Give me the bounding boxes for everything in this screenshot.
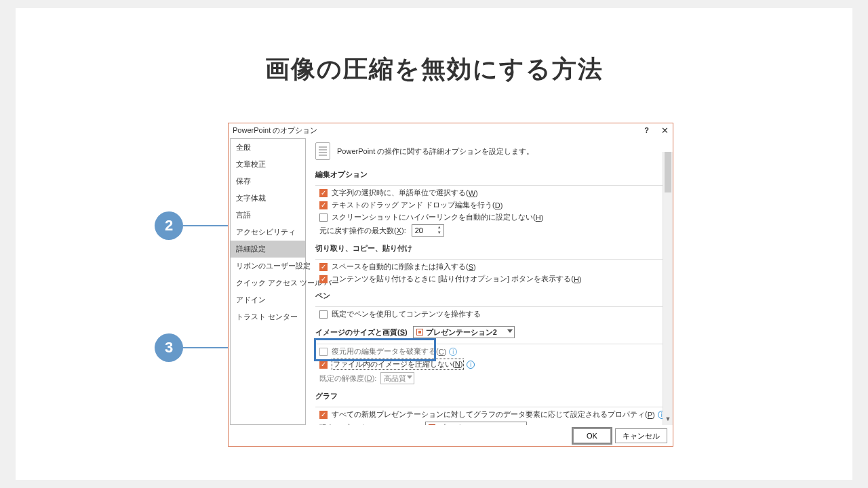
dialog-title: PowerPoint のオプション xyxy=(233,125,317,136)
scroll-thumb[interactable] xyxy=(665,152,671,192)
callout-line xyxy=(183,225,229,226)
sidebar-item-addins[interactable]: アドイン xyxy=(231,291,305,308)
section-pen-title: ペン xyxy=(315,291,669,301)
chart-target-dropdown[interactable]: プレゼンテーション2 xyxy=(425,422,527,425)
step3-badge: 3 xyxy=(155,333,183,362)
checkbox-icon xyxy=(319,361,328,369)
sidebar-item-language[interactable]: 言語 xyxy=(231,207,305,224)
dialog-body: 全般 文章校正 保存 文字体裁 言語 アクセシビリティ 詳細設定 リボンのユーザ… xyxy=(229,137,673,425)
document-icon xyxy=(315,142,330,160)
checkbox-icon xyxy=(319,411,328,419)
checkbox-icon xyxy=(319,189,328,197)
checkbox-icon xyxy=(319,275,328,283)
checkbox-no-compress[interactable]: ファイル内のイメージを圧縮しない(N) i xyxy=(319,359,669,370)
dialog-titlebar: PowerPoint のオプション ? ✕ xyxy=(229,123,673,137)
info-icon[interactable]: i xyxy=(467,361,475,369)
checkbox-screenshot-link[interactable]: スクリーンショットにハイパーリンクを自動的に設定しない(H) xyxy=(319,212,669,222)
close-button[interactable]: ✕ xyxy=(661,125,669,136)
ok-button[interactable]: OK xyxy=(573,428,611,443)
divider xyxy=(315,407,669,407)
scroll-down-icon[interactable]: ▼ xyxy=(663,415,673,425)
undo-count-row: 元に戻す操作の最大数(X): ▲▼ xyxy=(319,224,669,237)
options-dialog: PowerPoint のオプション ? ✕ 全般 文章校正 保存 文字体裁 言語… xyxy=(228,123,673,447)
sidebar-item-proofing[interactable]: 文章校正 xyxy=(231,156,305,173)
checkbox-auto-space[interactable]: スペースを自動的に削除または挿入する(S) xyxy=(319,262,669,272)
callout-step-2: 2 xyxy=(155,211,229,240)
divider xyxy=(315,259,669,260)
checkbox-icon xyxy=(319,201,328,209)
section-image-title: イメージのサイズと画質(S) プレゼンテーション2 xyxy=(315,326,669,338)
options-content: ▲ ▼ PowerPoint の操作に関する詳細オプションを設定します。 編集オ… xyxy=(306,137,673,425)
options-sidebar: 全般 文章校正 保存 文字体裁 言語 アクセシビリティ 詳細設定 リボンのユーザ… xyxy=(230,138,306,425)
default-resolution-row: 既定の解像度(D): 高品質 xyxy=(319,372,669,384)
checkbox-icon xyxy=(319,348,328,356)
sidebar-item-qat[interactable]: クイック アクセス ツール バー xyxy=(231,274,305,291)
checkbox-chart-all[interactable]: すべての新規プレゼンテーションに対してグラフのデータ要素に応じて設定されるプロパ… xyxy=(319,409,669,420)
sidebar-item-general[interactable]: 全般 xyxy=(231,139,305,156)
sidebar-item-trust[interactable]: トラスト センター xyxy=(231,308,305,325)
presentation-icon xyxy=(416,329,423,336)
checkbox-icon xyxy=(319,214,328,222)
checkbox-select-word[interactable]: 文字列の選択時に、単語単位で選択する(W) xyxy=(319,188,669,198)
checkbox-icon xyxy=(319,263,328,271)
checkbox-drag-drop[interactable]: テキストのドラッグ アンド ドロップ編集を行う(D) xyxy=(319,200,669,210)
checkbox-paste-options[interactable]: コンテンツを貼り付けるときに [貼り付けオプション] ボタンを表示する(H) xyxy=(319,274,669,284)
step2-badge: 2 xyxy=(155,211,183,240)
checkbox-pen-default[interactable]: 既定でペンを使用してコンテンツを操作する xyxy=(319,309,669,319)
chart-current-row: 現在のプレゼンテーション(C): プレゼンテーション2 xyxy=(319,422,669,425)
content-header: PowerPoint の操作に関する詳細オプションを設定します。 xyxy=(315,142,669,160)
chevron-down-icon xyxy=(407,375,412,379)
slide: 画像の圧縮を無効にする方法 2 3 PowerPoint のオプション ? ✕ … xyxy=(16,8,852,480)
checkbox-discard-edit-data[interactable]: 復元用の編集データを破棄する(C) i xyxy=(319,346,669,357)
cancel-button[interactable]: キャンセル xyxy=(615,428,667,443)
spinner[interactable]: ▲▼ xyxy=(435,225,443,236)
chevron-down-icon xyxy=(507,329,513,333)
sidebar-item-advanced[interactable]: 詳細設定 xyxy=(231,241,305,258)
sidebar-item-ribbon[interactable]: リボンのユーザー設定 xyxy=(231,258,305,274)
divider xyxy=(315,344,669,344)
sidebar-item-accessibility[interactable]: アクセシビリティ xyxy=(231,224,305,241)
checkbox-icon xyxy=(319,310,328,319)
resolution-dropdown[interactable]: 高品質 xyxy=(380,372,414,384)
sidebar-item-typography[interactable]: 文字体裁 xyxy=(231,190,305,207)
divider xyxy=(315,185,669,186)
dialog-footer: OK キャンセル xyxy=(229,425,673,447)
section-chart-title: グラフ xyxy=(315,391,669,401)
slide-title: 画像の圧縮を無効にする方法 xyxy=(16,53,852,86)
help-button[interactable]: ? xyxy=(644,126,649,134)
image-target-dropdown[interactable]: プレゼンテーション2 xyxy=(413,326,515,338)
divider xyxy=(315,306,669,307)
content-header-text: PowerPoint の操作に関する詳細オプションを設定します。 xyxy=(337,146,534,157)
info-icon[interactable]: i xyxy=(449,348,457,356)
section-editing-title: 編集オプション xyxy=(315,169,669,180)
presentation-icon xyxy=(429,424,435,425)
sidebar-item-save[interactable]: 保存 xyxy=(231,173,305,190)
section-cutcopy-title: 切り取り、コピー、貼り付け xyxy=(315,243,669,253)
